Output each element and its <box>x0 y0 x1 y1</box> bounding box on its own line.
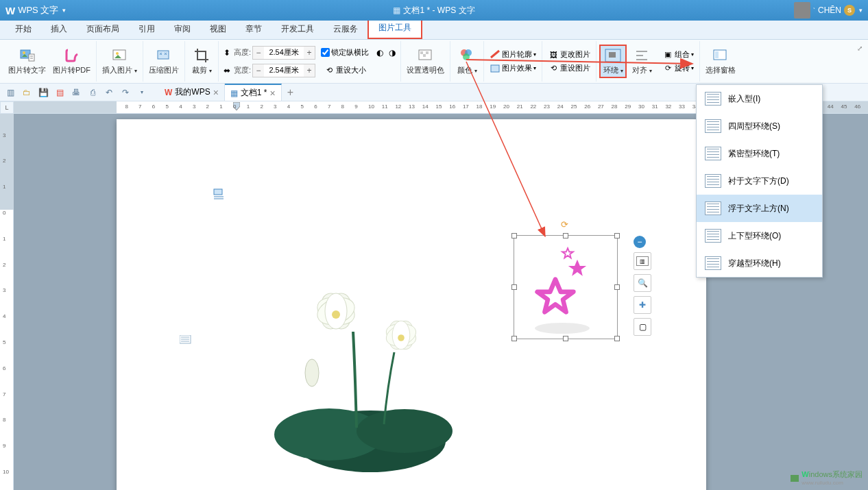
layout-options-button[interactable]: ▥ <box>634 252 651 270</box>
svg-point-38 <box>332 310 340 319</box>
tab-review[interactable]: 审阅 <box>165 19 200 39</box>
new-tab-button[interactable]: + <box>282 86 299 99</box>
watermark-text: indows系统家园 <box>809 470 863 478</box>
wrap-inline-item[interactable]: 嵌入型(I) <box>697 85 822 112</box>
save-icon[interactable]: 💾 <box>37 86 49 99</box>
open-icon[interactable]: 🗀 <box>21 86 33 99</box>
ruler-corner[interactable]: L <box>0 101 14 114</box>
resize-handle-bl[interactable] <box>511 336 517 341</box>
rotate-button[interactable]: ⟳ 旋转 ▾ <box>660 62 697 75</box>
width-increase-button[interactable]: + <box>304 64 315 77</box>
rotate-label: 旋转 <box>675 63 690 73</box>
mywps-close-icon[interactable]: × <box>213 87 219 98</box>
ribbon-expand-icon[interactable]: ⤢ <box>854 42 865 53</box>
resize-handle-bm[interactable] <box>563 336 568 341</box>
wrap-front-item[interactable]: 浮于文字上方(N) <box>697 195 822 222</box>
resize-handle-mr[interactable] <box>614 284 620 290</box>
lotus-image[interactable] <box>247 249 466 476</box>
resize-handle-ml[interactable] <box>511 284 517 290</box>
crop-label: 裁剪 ▾ <box>192 65 212 75</box>
selected-star-image[interactable]: ⟳ − ▥ 🔍 ✚ ▢ <box>514 236 617 339</box>
height-increase-button[interactable]: + <box>304 47 315 59</box>
title-right: ` CHĒN S ▾ <box>794 2 868 19</box>
ribbon: 图片转文字 图片转PDF 插入图片 ▾ 压缩图片 裁剪 ▾ ⬍ <box>0 40 868 84</box>
coin-icon[interactable]: S <box>844 5 855 16</box>
height-decrease-button[interactable]: − <box>253 47 264 59</box>
width-input[interactable] <box>264 64 304 77</box>
ribbon-group-arrange: 环绕 ▾ 对齐 ▾ ▣ 组合 ▾ ⟳ 旋转 ▾ <box>596 41 700 82</box>
print-icon[interactable]: 🖶 <box>70 86 82 99</box>
tab-references[interactable]: 引用 <box>129 19 165 39</box>
height-input[interactable] <box>264 47 304 59</box>
tab-dev-tools[interactable]: 开发工具 <box>272 19 324 39</box>
page: ⟳ − ▥ 🔍 ✚ ▢ <box>117 119 706 490</box>
wrap-button[interactable]: 环绕 ▾ <box>599 45 627 78</box>
vertical-ruler[interactable]: 32101234567891011 <box>0 114 14 490</box>
tab-cloud[interactable]: 云服务 <box>324 19 367 39</box>
pic-to-text-button[interactable]: 图片转文字 <box>5 46 49 77</box>
select-pane-button[interactable]: 选择窗格 <box>703 46 738 77</box>
delete-button[interactable]: − <box>634 236 646 248</box>
resize-handle-tl[interactable] <box>511 233 517 238</box>
wrap-topbottom-item[interactable]: 上下型环绕(O) <box>697 222 822 249</box>
print-preview-icon[interactable]: ⎙ <box>86 86 99 99</box>
brightness-icon[interactable]: ◐ <box>374 47 385 58</box>
change-pic-button[interactable]: 🖼 更改图片 <box>545 49 593 61</box>
reset-pic-button[interactable]: ⟲ 重设图片 <box>545 62 593 75</box>
tab-section[interactable]: 章节 <box>236 19 272 39</box>
rotate-handle-icon[interactable]: ⟳ <box>561 219 570 229</box>
color-button[interactable]: 颜色 ▾ <box>453 46 481 77</box>
tab-insert[interactable]: 插入 <box>41 19 77 39</box>
frame-button[interactable]: ▢ <box>634 318 651 336</box>
reset-pic-icon: ⟲ <box>548 63 559 74</box>
pic-to-pdf-button[interactable]: 图片转PDF <box>50 46 93 77</box>
resize-handle-tr[interactable] <box>614 233 620 238</box>
width-decrease-button[interactable]: − <box>253 64 264 77</box>
color-label: 颜色 ▾ <box>457 65 477 75</box>
wrap-behind-item[interactable]: 衬于文字下方(D) <box>697 167 822 195</box>
lock-ratio-input[interactable] <box>321 48 330 57</box>
reset-size-button[interactable]: ⟲ 重设大小 <box>321 64 369 77</box>
contrast-icon[interactable]: ◑ <box>387 47 398 58</box>
ribbon-group-compress: 压缩图片 <box>143 41 185 82</box>
reset-pic-label: 重设图片 <box>560 63 590 73</box>
tab-view[interactable]: 视图 <box>200 19 236 39</box>
align-button[interactable]: 对齐 ▾ <box>628 46 655 77</box>
tab-page-layout[interactable]: 页面布局 <box>77 19 129 39</box>
undo-icon[interactable]: ↶ <box>103 86 115 99</box>
doc-tab-doc1[interactable]: ▦ 文档1 * × <box>225 84 282 101</box>
doc1-close-icon[interactable]: × <box>270 88 276 99</box>
resize-handle-tm[interactable] <box>563 233 568 238</box>
insert-pic-button[interactable]: 插入图片 ▾ <box>99 46 140 77</box>
qat-dropdown-icon[interactable]: ▾ <box>136 86 148 99</box>
wrap-square-item[interactable]: 四周型环绕(S) <box>697 112 822 140</box>
resize-handle-br[interactable] <box>614 336 620 341</box>
wrap-tight-label: 紧密型环绕(T) <box>728 148 780 160</box>
crop-button[interactable]: 裁剪 ▾ <box>188 46 215 77</box>
svg-point-44 <box>398 334 405 341</box>
avatar[interactable] <box>794 2 810 19</box>
group-button[interactable]: ▣ 组合 ▾ <box>660 49 697 61</box>
set-transparent-button[interactable]: 设置透明色 <box>404 46 447 77</box>
new-doc-icon[interactable]: ▥ <box>4 86 16 99</box>
user-menu-arrow-icon: ▾ <box>859 7 863 14</box>
crop-float-button[interactable]: ✚ <box>634 296 651 314</box>
zoom-button[interactable]: 🔍 <box>634 274 651 292</box>
compress-pic-button[interactable]: 压缩图片 <box>146 46 182 77</box>
pic-effect-button[interactable]: 图片效果 ▾ <box>487 62 539 75</box>
height-label: 高度: <box>234 47 251 58</box>
svg-point-45 <box>305 359 319 387</box>
ribbon-group-size: ⬍ 高度: − + 锁定纵横比 ◐ ◑ ⬌ 宽度: − <box>219 41 401 82</box>
export-pdf-icon[interactable]: ▤ <box>53 86 66 99</box>
lock-ratio-checkbox[interactable]: 锁定纵横比 <box>321 47 369 58</box>
redo-icon[interactable]: ↷ <box>119 86 132 99</box>
wrap-tight-icon <box>705 147 721 160</box>
compress-pic-icon <box>156 47 172 64</box>
app-logo[interactable]: W WPS 文字 ▾ <box>0 4 71 16</box>
wps-w-icon: W <box>5 5 15 16</box>
doc-tab-mywps[interactable]: W 我的WPS × <box>159 84 225 101</box>
wrap-tight-item[interactable]: 紧密型环绕(T) <box>697 140 822 167</box>
wrap-through-item[interactable]: 穿越型环绕(H) <box>697 249 822 277</box>
pic-outline-button[interactable]: 图片轮廓 ▾ <box>487 49 539 61</box>
tab-start[interactable]: 开始 <box>5 19 41 39</box>
